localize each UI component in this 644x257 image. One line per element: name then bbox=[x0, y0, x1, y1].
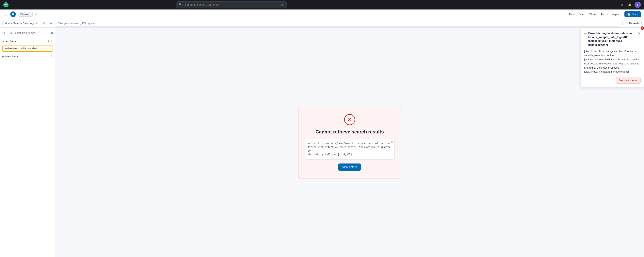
inspect-button[interactable]: Inspect bbox=[612, 13, 620, 16]
filter-bar: Kibana Sample Data Logs ▼ ⚙ ＋ ↻ Refresh bbox=[0, 19, 644, 28]
error-code-block: action [indices:data/read/search] is una… bbox=[305, 139, 394, 160]
all-fields-section-header[interactable]: ▼ All fields ℹ ⚠ bbox=[0, 38, 55, 45]
filter-icon: ⚙ bbox=[51, 32, 53, 34]
search-field-icon: 🔍 bbox=[10, 32, 13, 34]
nav-icons-group: ⚙ 🔔 T bbox=[619, 2, 641, 8]
notification-badge: 2 bbox=[641, 26, 644, 30]
no-fields-warning-banner: No fields exist in this data view. bbox=[2, 45, 53, 52]
user-avatar[interactable]: T bbox=[634, 2, 641, 8]
notification-panel: 2 ⊗ Error fetching fields for data view … bbox=[581, 28, 644, 87]
fields-view-toggle-button[interactable]: ⊞ bbox=[2, 31, 6, 35]
search-icon: 🔍 bbox=[178, 3, 182, 6]
refresh-button[interactable]: ↻ Refresh bbox=[622, 21, 642, 26]
see-full-error-button[interactable]: See the full error bbox=[616, 77, 641, 84]
second-nav: ☰ D Discover ✓ New Open Share Alerts Ins… bbox=[0, 10, 644, 19]
search-shortcut: ⌘/ bbox=[281, 3, 284, 6]
chevron-down-icon: ▼ bbox=[36, 22, 38, 25]
main-layout: ⊞ 🔍 ⚙ 0 ▼ All fields ℹ ⚠ No fields exist… bbox=[0, 28, 644, 257]
copy-error-button[interactable]: ⧉ bbox=[391, 140, 393, 144]
alerts-button[interactable]: Alerts bbox=[600, 13, 608, 16]
new-button[interactable]: New bbox=[569, 13, 575, 16]
global-search-input[interactable] bbox=[184, 3, 280, 6]
error-circle-icon: ✕ bbox=[344, 114, 355, 125]
svg-point-3 bbox=[4, 5, 8, 6]
save-icon: 💾 bbox=[627, 13, 630, 16]
notification-close-button[interactable]: ✕ bbox=[638, 32, 641, 35]
notification-body: [object Object]: security_exception Root… bbox=[584, 49, 641, 74]
hamburger-menu-button[interactable]: ☰ bbox=[3, 11, 8, 17]
save-button[interactable]: 💾 Save bbox=[624, 11, 641, 17]
meta-fields-title: Meta fields bbox=[5, 55, 49, 58]
kql-filter-bar[interactable] bbox=[55, 20, 619, 27]
search-field-input[interactable] bbox=[14, 32, 46, 34]
settings-icon-button[interactable]: ⚙ bbox=[619, 2, 625, 8]
notification-header: ⊗ Error fetching fields for data view ki… bbox=[584, 32, 641, 47]
search-field-wrap[interactable]: 🔍 bbox=[8, 30, 48, 36]
breadcrumb-discover-button[interactable]: Discover bbox=[18, 12, 32, 17]
error-code-text: action [indices:data/read/search] is una… bbox=[308, 142, 392, 157]
refresh-icon: ↻ bbox=[626, 22, 628, 25]
error-title: Cannot retrieve search results bbox=[305, 129, 394, 135]
notification-error-icon: ⊗ bbox=[584, 32, 587, 36]
all-fields-chevron-icon: ▼ bbox=[2, 40, 5, 43]
filter-options-button[interactable]: ⚙ bbox=[42, 21, 46, 26]
share-button[interactable]: Share bbox=[589, 13, 596, 16]
breadcrumb-check-icon: ✓ bbox=[35, 12, 38, 16]
top-nav: 🔍 ⌘/ ⚙ 🔔 T bbox=[0, 0, 644, 10]
data-view-label: Kibana Sample Data Logs bbox=[4, 22, 34, 25]
all-fields-title: All fields bbox=[6, 40, 47, 43]
nav-right-actions: New Open Share Alerts Inspect 💾 Save bbox=[569, 11, 641, 17]
error-card: ✕ Cannot retrieve search results action … bbox=[298, 106, 401, 179]
kql-filter-input[interactable] bbox=[58, 22, 617, 25]
notification-title: Error fetching fields for data view kiba… bbox=[588, 32, 636, 47]
error-x-icon: ✕ bbox=[348, 116, 352, 123]
add-filter-button[interactable]: ＋ bbox=[48, 20, 53, 27]
breadcrumb-d-avatar[interactable]: D bbox=[10, 12, 16, 17]
main-content-area: ✕ Cannot retrieve search results action … bbox=[55, 28, 644, 257]
elastic-logo[interactable] bbox=[3, 2, 9, 8]
open-button[interactable]: Open bbox=[578, 13, 585, 16]
no-fields-message: No fields exist in this data view. bbox=[4, 47, 37, 50]
data-view-selector-button[interactable]: Kibana Sample Data Logs ▼ bbox=[2, 21, 40, 26]
notifications-icon-button[interactable]: 🔔 bbox=[626, 2, 633, 8]
all-fields-info-icon[interactable]: ℹ bbox=[48, 40, 49, 43]
view-details-button[interactable]: View details bbox=[338, 163, 361, 171]
meta-fields-chevron-icon: ▶ bbox=[2, 55, 4, 58]
sidebar-toolbar: ⊞ 🔍 ⚙ 0 bbox=[0, 28, 55, 38]
global-search-bar[interactable]: 🔍 ⌘/ bbox=[176, 2, 287, 8]
meta-fields-section-header[interactable]: ▶ Meta fields ⚠ bbox=[0, 53, 55, 60]
all-fields-warning-icon: ⚠ bbox=[50, 40, 53, 43]
fields-sidebar: ⊞ 🔍 ⚙ 0 ▼ All fields ℹ ⚠ No fields exist… bbox=[0, 28, 55, 257]
meta-fields-warning-icon: ⚠ bbox=[50, 55, 53, 58]
